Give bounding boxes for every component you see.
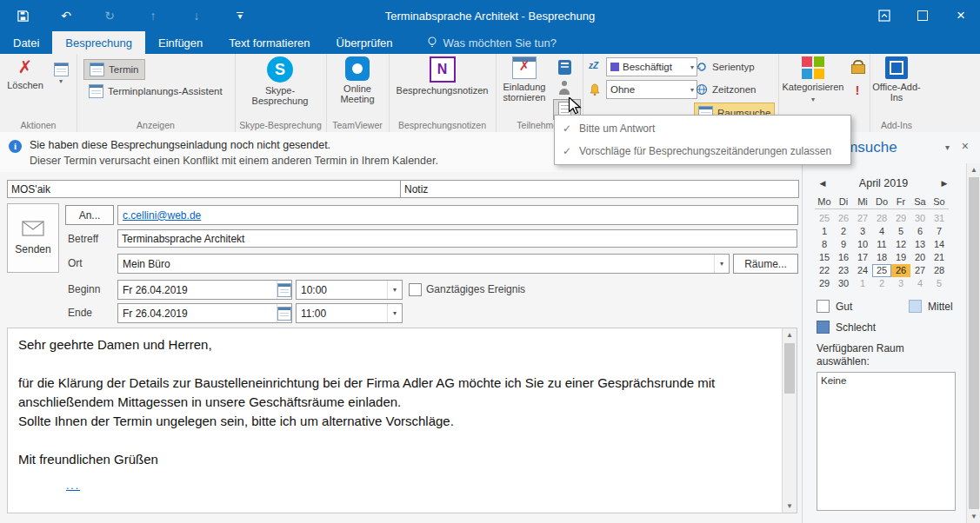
scheduling-assistant-button[interactable]: Terminplanungs-Assistent	[83, 82, 228, 101]
legend-poor[interactable]: Schlecht	[817, 321, 876, 334]
calendar-day[interactable]: 4	[910, 277, 930, 290]
categorize-button[interactable]: Kategorisieren ▾	[782, 56, 844, 105]
message-body[interactable]: Sehr geehrte Damen und Herren, für die K…	[7, 328, 797, 513]
room-list[interactable]: Keine	[817, 372, 956, 511]
show-as-combo[interactable]: Beschäftigt ▾	[606, 57, 697, 76]
calendar-day[interactable]: 22	[815, 264, 834, 277]
calendar-day[interactable]: 9	[834, 238, 853, 251]
pane-scroll-thumb[interactable]	[969, 177, 979, 509]
legend-good[interactable]: Gut	[817, 300, 852, 313]
calendar-day[interactable]: 31	[930, 212, 949, 225]
calendar-day[interactable]: 30	[910, 212, 930, 225]
calendar-day[interactable]: 4	[872, 225, 891, 238]
menu-item-allow-counter-proposals[interactable]: ✓ Vorschläge für Besprechungszeitänderun…	[555, 140, 850, 162]
calendar-day[interactable]: 7	[930, 225, 949, 238]
start-time-dropdown-icon[interactable]: ▾	[387, 281, 402, 299]
calendar-day[interactable]: 18	[872, 251, 891, 264]
calendar-day[interactable]: 15	[815, 251, 834, 264]
redo-icon[interactable]: ↻	[101, 7, 118, 24]
calendar-day[interactable]: 29	[891, 212, 910, 225]
start-date-picker-icon[interactable]	[277, 281, 291, 299]
calendar-day[interactable]: 12	[891, 238, 910, 251]
calendar-day[interactable]: 29	[815, 277, 834, 290]
to-field[interactable]: c.cellini@web.de	[117, 205, 798, 225]
calendar-day[interactable]: 17	[853, 251, 872, 264]
rooms-button[interactable]: Räume...	[733, 254, 798, 274]
close-button[interactable]: ×	[942, 0, 980, 31]
undo-icon[interactable]: ↶	[57, 7, 75, 24]
calendar-day[interactable]: 5	[891, 225, 910, 238]
calendar-day[interactable]: 2	[834, 225, 853, 238]
to-button[interactable]: An...	[65, 205, 114, 225]
calendar-day[interactable]: 14	[930, 238, 949, 251]
check-names-button[interactable]	[553, 78, 576, 97]
legend-medium[interactable]: Mittel	[909, 300, 953, 313]
calendar-day[interactable]: 30	[834, 277, 853, 290]
calendar-day[interactable]: 6	[910, 225, 930, 238]
ribbon-display-options-icon[interactable]	[865, 0, 903, 31]
calendar-day[interactable]: 20	[910, 251, 930, 264]
calendar-day[interactable]: 19	[891, 251, 910, 264]
termin-toggle[interactable]: Termin	[83, 59, 145, 80]
customize-qat-icon[interactable]: ▾	[231, 7, 249, 24]
calendar-day[interactable]: 27	[910, 264, 930, 277]
private-button[interactable]	[846, 57, 869, 76]
all-day-checkbox[interactable]	[409, 283, 422, 296]
end-date-field[interactable]: Fr 26.04.2019	[117, 303, 292, 323]
start-time-combo[interactable]: 10:00 ▾	[296, 280, 403, 300]
calendar-day[interactable]: 5	[930, 277, 949, 290]
room-finder-collapse-icon[interactable]: ▾	[945, 142, 950, 152]
calendar-day[interactable]: 23	[834, 264, 853, 277]
body-scroll-thumb[interactable]	[784, 343, 795, 394]
room-list-item[interactable]: Keine	[817, 373, 955, 386]
office-addins-button[interactable]: Office-Add-Ins	[872, 56, 921, 103]
tab-einfuegen[interactable]: Einfügen	[145, 31, 216, 54]
calendar-day[interactable]: 24	[853, 264, 872, 277]
move-down-icon[interactable]: ↓	[188, 7, 205, 24]
delete-button[interactable]: ✗ Löschen	[4, 56, 46, 90]
end-time-combo[interactable]: 11:00 ▾	[296, 303, 403, 323]
calendar-day[interactable]: 1	[853, 277, 872, 290]
calendar-day[interactable]: 1	[815, 225, 834, 238]
tab-text-formatieren[interactable]: Text formatieren	[216, 31, 323, 54]
custom-field-mosaik[interactable]	[7, 180, 402, 198]
save-icon[interactable]	[14, 7, 31, 24]
body-scroll-down-icon[interactable]: ▼	[783, 500, 797, 513]
menu-item-request-response[interactable]: ✓ Bitte um Antwort	[555, 117, 850, 140]
location-dropdown-icon[interactable]: ▾	[714, 255, 729, 273]
location-combo[interactable]: Mein Büro ▾	[117, 254, 730, 274]
send-button[interactable]: Senden	[7, 203, 59, 273]
maximize-button[interactable]	[903, 0, 942, 31]
cancel-invitation-button[interactable]: ✗ Einladung stornieren	[497, 56, 551, 103]
custom-field-notiz[interactable]	[400, 180, 799, 198]
calendar-day[interactable]: 26	[834, 212, 853, 225]
address-book-button[interactable]	[553, 57, 576, 76]
message-body-text[interactable]: Sehr geehrte Damen und Herren, für die K…	[18, 335, 772, 507]
calendar-day[interactable]: 13	[910, 238, 930, 251]
tab-datei[interactable]: Datei	[0, 31, 52, 54]
end-date-picker-icon[interactable]	[277, 304, 291, 322]
calendar-day[interactable]: 25	[815, 212, 834, 225]
body-scroll-up-icon[interactable]: ▲	[783, 328, 797, 341]
end-time-dropdown-icon[interactable]: ▾	[387, 304, 402, 322]
prev-month-icon[interactable]: ◀	[815, 179, 830, 188]
recipient-link[interactable]: c.cellini@web.de	[123, 209, 201, 222]
reminder-combo[interactable]: Ohne ▾	[606, 80, 697, 99]
tab-besprechung[interactable]: Besprechung	[52, 31, 145, 54]
online-meeting-button[interactable]: Online Meeting	[333, 56, 382, 104]
pane-scroll-up-icon[interactable]: ▲	[967, 163, 980, 176]
calendar-day[interactable]: 10	[853, 238, 872, 251]
calendar-day[interactable]: 21	[930, 251, 949, 264]
high-importance-button[interactable]: !	[846, 80, 869, 99]
next-month-icon[interactable]: ▶	[937, 179, 952, 188]
signature-ellipsis[interactable]: ...	[66, 480, 80, 492]
calendar-day[interactable]: 2	[872, 277, 891, 290]
calendar-day[interactable]: 8	[815, 238, 834, 251]
calendar-day[interactable]: 3	[853, 225, 872, 238]
signature-block[interactable]: ...	[18, 480, 80, 492]
timezones-button[interactable]: Zeitzonen	[694, 80, 758, 99]
move-up-icon[interactable]: ↑	[144, 7, 162, 24]
meeting-notes-button[interactable]: N Besprechungsnotizen	[392, 56, 492, 96]
calendar-day[interactable]: 3	[891, 277, 910, 290]
start-date-field[interactable]: Fr 26.04.2019	[117, 280, 292, 300]
